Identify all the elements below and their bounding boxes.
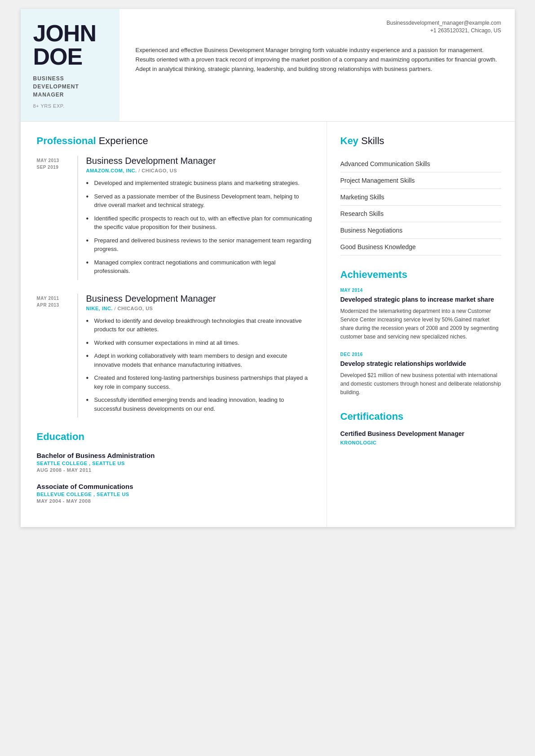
main-body: Professional Experience MAY 2013 SEP 201…	[21, 122, 515, 527]
skill-item: Research Skills	[340, 206, 501, 222]
header-right: Businessdevelopment_manager@example.com …	[119, 9, 515, 121]
achievement-date-2: DEC 2016	[340, 352, 501, 357]
bullet-item: Prepared and delivered business reviews …	[86, 236, 313, 254]
education-heading: Education	[37, 431, 313, 443]
bullets-1: Developed and implemented strategic busi…	[86, 179, 313, 276]
heading-colored: Professional	[37, 135, 96, 146]
bullet-item: Identified specific prospects to reach o…	[86, 214, 313, 232]
cert-issuer-1: KRONOLOGIC	[340, 440, 501, 445]
company-2: NIKE, INC. / CHICAGO, US	[86, 306, 313, 311]
edu-entry-2: Associate of Communications BELLEVUE COL…	[37, 483, 313, 504]
exp-date-2: MAY 2011 APR 2013	[37, 294, 77, 418]
contact-info: Businessdevelopment_manager@example.com …	[136, 20, 501, 35]
job-title-1: Business Development Manager	[86, 156, 313, 166]
achievement-entry-1: MAY 2014 Developed strategic plans to in…	[340, 288, 501, 341]
professional-experience-section: Professional Experience MAY 2013 SEP 201…	[37, 135, 313, 418]
edu-entry-1: Bachelor of Business Administration SEAT…	[37, 452, 313, 473]
bullets-2: Worked to identify and develop breakthro…	[86, 316, 313, 413]
candidate-name: JOHN DOE	[33, 22, 109, 68]
job-title-2: Business Development Manager	[86, 294, 313, 304]
school-2: BELLEVUE COLLEGE , SEATTLE US	[37, 492, 313, 497]
exp-content-1: Business Development Manager AMAZON.COM,…	[77, 156, 313, 280]
degree-1: Bachelor of Business Administration	[37, 452, 313, 459]
key-skills-section: Key Skills Advanced Communication Skills…	[340, 135, 501, 255]
edu-dates-2: MAY 2004 - MAY 2008	[37, 498, 313, 504]
certifications-section: Certifications Certified Business Develo…	[340, 411, 501, 446]
edu-dates-1: AUG 2008 - MAY 2011	[37, 467, 313, 473]
heading-normal-text: Experience	[99, 135, 148, 146]
left-column: Professional Experience MAY 2013 SEP 201…	[21, 122, 327, 527]
skill-item: Advanced Communication Skills	[340, 156, 501, 172]
achievement-desc-1: Modernized the telemarketing department …	[340, 307, 501, 342]
achievements-section: Achievements MAY 2014 Developed strategi…	[340, 269, 501, 397]
resume-container: JOHN DOE BUSINESS DEVELOPMENT MANAGER 8+…	[21, 9, 515, 527]
skill-item: Project Management Skills	[340, 172, 501, 189]
skill-item: Marketing Skills	[340, 189, 501, 206]
achievement-entry-2: DEC 2016 Develop strategic relationships…	[340, 352, 501, 397]
school-1: SEATTLE COLLEGE , SEATTLE US	[37, 461, 313, 466]
skill-item: Good Business Knowledge	[340, 239, 501, 255]
bullet-item: Developed and implemented strategic busi…	[86, 179, 313, 188]
bullet-item: Successfully identified emerging trends …	[86, 396, 313, 413]
achievement-title-2: Develop strategic relationships worldwid…	[340, 360, 501, 369]
professional-experience-heading: Professional Experience	[37, 135, 313, 147]
phone-location: +1 2635120321, Chicago, US	[136, 27, 501, 34]
exp-content-2: Business Development Manager NIKE, INC. …	[77, 294, 313, 418]
education-heading-text: Education	[37, 431, 84, 442]
bullet-item: Created and fostered long-lasting partne…	[86, 374, 313, 391]
degree-2: Associate of Communications	[37, 483, 313, 490]
skill-item: Business Negotiations	[340, 222, 501, 239]
summary-text: Experienced and effective Business Devel…	[136, 46, 501, 74]
bullet-item: Worked with consumer expectations in min…	[86, 338, 313, 347]
skills-heading-colored: Key	[340, 135, 358, 146]
header-section: JOHN DOE BUSINESS DEVELOPMENT MANAGER 8+…	[21, 9, 515, 122]
cert-name-1: Certified Business Development Manager	[340, 430, 501, 439]
candidate-title: BUSINESS DEVELOPMENT MANAGER	[33, 75, 109, 99]
education-section: Education Bachelor of Business Administr…	[37, 431, 313, 504]
experience-entry-1: MAY 2013 SEP 2019 Business Development M…	[37, 156, 313, 280]
achievement-desc-2: Developed $21 million of new business po…	[340, 371, 501, 397]
header-left: JOHN DOE BUSINESS DEVELOPMENT MANAGER 8+…	[21, 9, 119, 121]
achievements-heading: Achievements	[340, 269, 501, 281]
right-column: Key Skills Advanced Communication Skills…	[327, 122, 515, 527]
exp-date-1: MAY 2013 SEP 2019	[37, 156, 77, 280]
certifications-heading: Certifications	[340, 411, 501, 422]
achievement-date-1: MAY 2014	[340, 288, 501, 293]
bullet-item: Managed complex contract negotiations an…	[86, 258, 313, 276]
key-skills-heading: Key Skills	[340, 135, 501, 147]
skills-heading-normal: Skills	[361, 135, 384, 146]
years-experience: 8+ YRS EXP.	[33, 103, 109, 109]
achievement-title-1: Developed strategic plans to increase ma…	[340, 295, 501, 304]
experience-entry-2: MAY 2011 APR 2013 Business Development M…	[37, 294, 313, 418]
bullet-item: Served as a passionate member of the Bus…	[86, 192, 313, 210]
email: Businessdevelopment_manager@example.com	[136, 20, 501, 26]
bullet-item: Worked to identify and develop breakthro…	[86, 316, 313, 334]
company-1: AMAZON.COM, INC. / CHICAGO, US	[86, 168, 313, 173]
bullet-item: Adept in working collaboratively with te…	[86, 352, 313, 369]
